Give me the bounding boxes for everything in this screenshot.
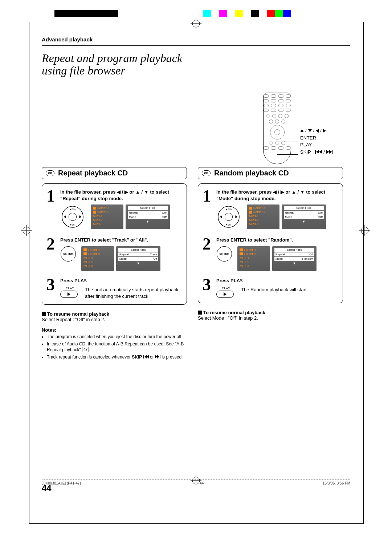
skip-label: SKIP <box>300 149 311 156</box>
callout-line <box>283 142 298 142</box>
remote-callouts: /// ENTER PLAY SKIP / <box>300 127 333 155</box>
skip-next-icon <box>155 355 160 358</box>
step-description: The Random playback will start. <box>241 287 308 293</box>
step-number: 1 <box>203 189 216 230</box>
down-arrow-icon <box>308 129 312 132</box>
right-arrow-icon <box>323 129 326 133</box>
footer-center: 44 <box>200 481 204 485</box>
resume-title: To resume normal playback <box>203 310 265 315</box>
skip-prev-icon <box>315 150 322 154</box>
print-color-bar <box>203 10 291 17</box>
svg-marker-23 <box>235 215 237 218</box>
play-button-illustration: PLAY <box>216 287 236 298</box>
left-arrow-icon <box>316 129 319 133</box>
enter-label: ENTER <box>300 134 333 142</box>
skip-next-icon <box>326 150 333 154</box>
step-text: In the file browser, press ◀ / ▶ or ▲ / … <box>60 189 182 202</box>
notes-heading: Notes: <box>42 327 187 333</box>
dpad-button-illustration: ▲CH+▼CH− <box>60 204 86 230</box>
step-text: Press ENTER to select "Random". <box>216 237 338 243</box>
callout-line <box>284 149 298 149</box>
play-button-illustration: PLAY <box>60 287 80 298</box>
repeat-playback-column: CD Repeat playback CD 1 In the file brow… <box>42 167 187 362</box>
step-text: Press PLAY. <box>216 278 338 284</box>
cd-icon: CD <box>202 170 211 176</box>
header-rule <box>42 45 350 46</box>
cd-icon: CD <box>46 170 54 176</box>
section-header: Advanced playback <box>42 36 350 42</box>
file-browser-screenshot: Folder-1 Folder-2 MP3-1 MP3-2 MP3-3 Sele… <box>237 246 317 271</box>
file-browser-screenshot: Folder-1 Folder-2 MP3-1 MP3-2 MP3-3 Sele… <box>247 204 326 229</box>
footer-left: J5X00301A [E] (P41-47) <box>42 481 81 485</box>
step-number: 2 <box>46 237 60 271</box>
random-heading: CD Random playback CD <box>198 167 343 179</box>
dpad-button-illustration: ▲CH+▼CH− <box>216 204 242 230</box>
step-description: The unit automatically starts repeat pla… <box>85 287 182 299</box>
step-number: 1 <box>46 189 60 230</box>
svg-marker-22 <box>220 215 222 218</box>
step-number: 3 <box>46 278 60 300</box>
svg-marker-17 <box>79 215 81 218</box>
up-arrow-icon <box>300 129 304 132</box>
repeat-heading: CD Repeat playback CD <box>42 167 187 179</box>
repeat-steps-box: 1 In the file browser, press ◀ / ▶ or ▲ … <box>42 183 187 305</box>
svg-text:▼CH−: ▼CH− <box>225 224 232 226</box>
play-label: PLAY <box>300 141 333 149</box>
svg-point-13 <box>69 213 76 220</box>
step-text: Press PLAY. <box>60 278 182 284</box>
step-text: Press ENTER to select "Track" or "All". <box>60 237 182 243</box>
callout-line <box>277 154 298 155</box>
play-icon <box>68 292 70 296</box>
skip-prev-icon <box>143 355 149 358</box>
square-bullet-icon <box>42 312 46 316</box>
file-browser-screenshot: Folder-1 Folder-2 MP3-1 MP3-2 MP3-3 Sele… <box>81 246 160 271</box>
random-playback-column: CD Random playback CD 1 In the file brow… <box>198 167 343 362</box>
resume-text: Select Mode : "Off" in step 2. <box>198 315 258 321</box>
resume-text: Select Repeat : "Off" in step 2. <box>42 317 105 322</box>
step-number: 3 <box>203 278 216 298</box>
page-reference: 47 <box>82 347 89 352</box>
random-steps-box: 1 In the file browser, press ◀ / ▶ or ▲ … <box>198 183 343 303</box>
svg-text:▼CH−: ▼CH− <box>69 224 76 226</box>
file-browser-screenshot: Folder-1 Folder-2 MP3-1 MP3-2 MP3-3 Sele… <box>91 204 170 229</box>
print-footer: J5X00301A [E] (P41-47) 44 16/3/06, 3:56 … <box>42 479 350 485</box>
svg-marker-16 <box>64 215 66 218</box>
square-bullet-icon <box>198 311 202 315</box>
footer-right: 16/3/06, 3:56 PM <box>323 481 350 485</box>
resume-title: To resume normal playback <box>47 311 109 317</box>
page-title: Repeat and program playback using file b… <box>42 52 205 77</box>
enter-button-illustration: ENTER <box>60 246 76 262</box>
step-number: 2 <box>203 237 216 271</box>
callout-line <box>290 132 298 132</box>
print-color-bar <box>54 10 118 17</box>
enter-button-illustration: ENTER <box>216 246 232 262</box>
notes-list: The program is canceled when you eject t… <box>42 334 187 360</box>
svg-text:▲CH+: ▲CH+ <box>69 208 76 210</box>
play-icon <box>224 292 226 296</box>
step-text: In the file browser, press ◀ / ▶ or ▲ / … <box>216 189 338 202</box>
remote-dpad-icon <box>270 125 285 139</box>
svg-point-19 <box>225 213 232 220</box>
svg-text:▲CH+: ▲CH+ <box>225 208 232 210</box>
remote-illustration <box>263 93 291 164</box>
